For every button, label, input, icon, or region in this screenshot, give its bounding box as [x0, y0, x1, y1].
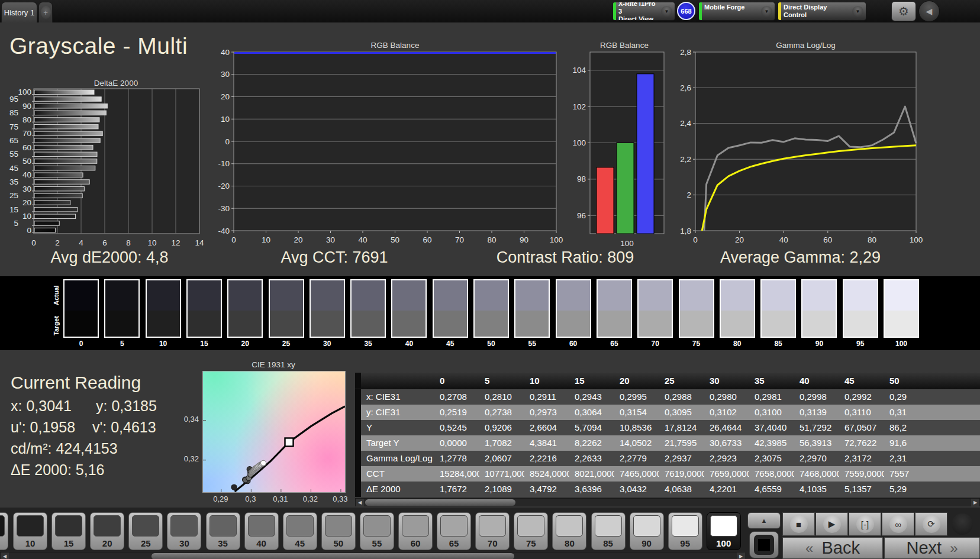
- deltae-bar-chart: 0246810121405101520253035404550556065707…: [5, 86, 209, 250]
- actual-swatch: [598, 280, 631, 311]
- svg-text:2,4: 2,4: [680, 119, 691, 128]
- step-button[interactable]: [-]: [849, 512, 881, 536]
- table-row-6[interactable]: CCT15284,000010771,00008524,00008021,000…: [355, 466, 980, 482]
- stop-button[interactable]: ■: [782, 512, 815, 536]
- meter-dropdown-probe[interactable]: X-Rite i1Pro 3 Direct View ▼: [612, 2, 675, 21]
- patch-button-95[interactable]: 95: [668, 512, 702, 550]
- patch-button-45[interactable]: 45: [283, 512, 317, 550]
- patch-scrollbar[interactable]: ◀ ▶: [0, 552, 744, 559]
- patch-button-80[interactable]: 80: [552, 512, 586, 550]
- table-row-5[interactable]: Gamma Log/Log1,27782,06072,22162,26332,2…: [355, 451, 980, 466]
- patch-button-15[interactable]: 15: [51, 512, 86, 550]
- table-scrollbar[interactable]: ◀ ▶: [355, 498, 980, 506]
- table-cell: 0,3154: [614, 405, 659, 420]
- patch-level-up-button[interactable]: ▲: [747, 512, 781, 529]
- table-cell: 0,2519: [434, 405, 479, 420]
- add-tab-button[interactable]: +: [38, 2, 53, 22]
- patch-label: 10: [14, 538, 47, 548]
- patch-label: 45: [283, 538, 317, 548]
- back-button[interactable]: « Back: [782, 537, 883, 559]
- scroll-right-icon[interactable]: ▶: [737, 552, 745, 559]
- next-button[interactable]: Next »: [884, 537, 980, 559]
- patch-button-50[interactable]: 50: [321, 512, 356, 550]
- patch-button-35[interactable]: 35: [206, 512, 240, 550]
- table-row-4[interactable]: Target Y0,00001,70824,38418,226214,05022…: [355, 435, 980, 451]
- infinity-button[interactable]: ∞: [882, 512, 914, 536]
- step-icon: [-]: [856, 515, 874, 533]
- svg-text:12: 12: [171, 238, 180, 247]
- patch-button-20[interactable]: 20: [90, 512, 124, 550]
- table-cell: 4,0638: [659, 482, 704, 497]
- table-scrollbar-thumb[interactable]: [365, 499, 515, 506]
- reading-x: x: 0,3041: [11, 398, 72, 415]
- scroll-right-icon[interactable]: ▶: [971, 499, 979, 506]
- table-cell: 0,2973: [524, 405, 569, 420]
- contrast-ratio-stat: Contrast Ratio: 809: [468, 248, 663, 270]
- badge-value: 668: [681, 8, 691, 15]
- table-cell: 2,2216: [524, 451, 569, 466]
- patch-button-90[interactable]: 90: [630, 512, 664, 550]
- gray-swatch-5: [104, 279, 140, 338]
- patch-button-10[interactable]: 10: [13, 512, 47, 550]
- patch-button-65[interactable]: 65: [437, 512, 471, 550]
- meter-dropdown-display-control[interactable]: Direct Display Control ▼: [778, 2, 866, 21]
- reading-count-badge[interactable]: 668: [677, 2, 695, 20]
- svg-text:100: 100: [910, 235, 923, 244]
- patch-button-partial[interactable]: [0, 512, 8, 550]
- svg-text:0: 0: [693, 235, 698, 244]
- tab-history-1[interactable]: History 1: [1, 2, 37, 22]
- settings-button[interactable]: ⚙: [891, 1, 916, 21]
- meter-label-line1: Direct Display Control: [784, 4, 850, 19]
- table-row-1[interactable]: x: CIE310,27080,28100,29110,29430,29950,…: [355, 389, 980, 405]
- patch-button-100[interactable]: 100: [707, 512, 741, 550]
- cie-xtick-label: 0,31: [267, 495, 294, 503]
- patch-swatch: [325, 515, 352, 537]
- patch-preview-button[interactable]: [749, 531, 779, 558]
- meter-dropdown-source[interactable]: Mobile Forge ▼: [698, 2, 775, 21]
- patch-button-40[interactable]: 40: [244, 512, 279, 550]
- scroll-left-icon[interactable]: ◀: [356, 499, 364, 506]
- patch-button-55[interactable]: 55: [360, 512, 394, 550]
- table-cell: 7619,0000: [659, 466, 704, 482]
- patch-button-30[interactable]: 30: [167, 512, 201, 550]
- table-row-3[interactable]: Y0,52450,92062,66045,709410,853617,81242…: [355, 420, 980, 435]
- table-cell: 0,29: [884, 389, 929, 405]
- svg-text:-40: -40: [218, 227, 230, 235]
- table-cell: 5,7094: [569, 420, 614, 435]
- actual-swatch: [352, 280, 385, 311]
- patch-scrollbar-thumb[interactable]: [151, 553, 514, 559]
- table-row-2[interactable]: y: CIE310,25190,27380,29730,30640,31540,…: [355, 405, 980, 420]
- patch-button-75[interactable]: 75: [514, 512, 548, 550]
- loop-button[interactable]: ⟳: [915, 512, 947, 536]
- table-cell: 8021,0000: [569, 466, 614, 482]
- table-cell: 0,2988: [659, 389, 704, 405]
- rgb-balance-bar-chart: 9698100102104100: [567, 49, 673, 256]
- table-cell: 7557: [884, 466, 929, 482]
- table-cell: 7468,0000: [794, 466, 839, 482]
- actual-swatch: [434, 280, 467, 311]
- table-cell: 4,3841: [524, 435, 569, 451]
- gray-swatch-level-label: 40: [390, 340, 428, 348]
- play-button[interactable]: ▶: [815, 512, 848, 536]
- patch-button-25[interactable]: 25: [128, 512, 163, 550]
- table-cell: 67,0507: [839, 420, 884, 435]
- table-row-7[interactable]: ΔE 20001,76722,10893,47923,63963,04324,0…: [355, 482, 980, 497]
- patch-button-60[interactable]: 60: [398, 512, 433, 550]
- svg-text:98: 98: [577, 175, 586, 183]
- svg-text:30: 30: [22, 185, 31, 193]
- meter-label-line1: X-Rite i1Pro 3: [618, 2, 659, 15]
- gray-swatch-55: [514, 279, 550, 338]
- patch-button-70[interactable]: 70: [475, 512, 510, 550]
- row-label: ΔE 2000: [361, 482, 434, 497]
- actual-swatch: [557, 280, 590, 311]
- svg-text:-10: -10: [218, 159, 230, 168]
- table-cell: 0,2738: [479, 405, 524, 420]
- svg-text:2,2: 2,2: [680, 155, 691, 164]
- patch-button-85[interactable]: 85: [591, 512, 626, 550]
- row-label: CCT: [361, 466, 434, 482]
- collapse-panel-button[interactable]: ◀: [918, 1, 940, 22]
- meter-label-line2: Direct View: [618, 15, 659, 21]
- patch-label: 35: [207, 538, 240, 548]
- svg-text:10: 10: [221, 115, 230, 124]
- scroll-left-icon[interactable]: ◀: [1, 552, 9, 559]
